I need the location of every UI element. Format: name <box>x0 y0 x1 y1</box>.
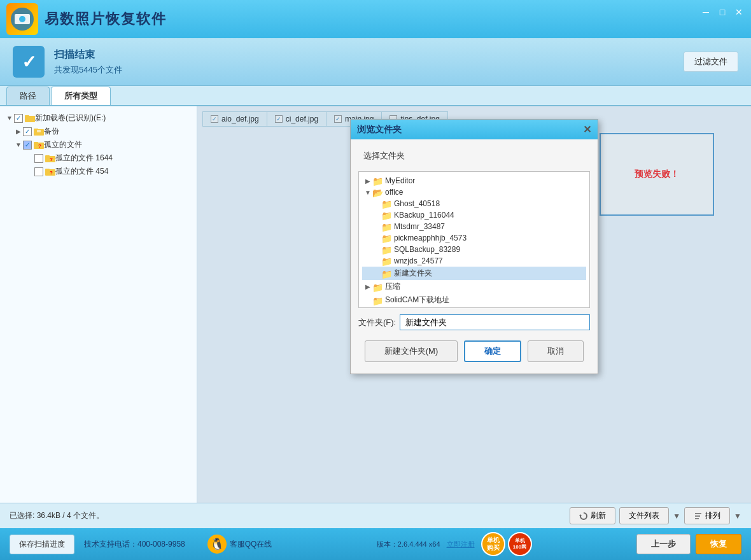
svg-rect-7 <box>37 130 41 132</box>
tree-item-orphan1[interactable]: ? 孤立的文件 1644 <box>0 151 197 165</box>
sidebar: ▼ 新加载卷(已识别)(E:) ▶ 备份 ▼ ✓ <box>0 106 197 503</box>
folder-tree-item-mtsdmr[interactable]: 📁 Mtsdmr_33487 <box>362 221 586 232</box>
footer-right-info: 版本：2.6.4.444 x64 立即注册 单机购买 单机100网 <box>377 532 532 556</box>
tree-checkbox[interactable] <box>34 154 43 163</box>
logo-icon <box>10 6 35 32</box>
recover-button[interactable]: 恢复 <box>696 534 741 554</box>
svg-marker-17 <box>579 514 582 516</box>
folder-icon: 📂 <box>372 188 383 197</box>
register-link[interactable]: 立即注册 <box>447 540 475 549</box>
svg-rect-9 <box>34 142 38 144</box>
folder-icon: 📁 <box>372 283 383 291</box>
folder-tree-item-pickmeapp[interactable]: 📁 pickmeapphhjb_4573 <box>362 232 586 244</box>
folder-input[interactable] <box>400 314 590 330</box>
folder-name: Mtsdmr_33487 <box>394 222 445 231</box>
tree-checkbox[interactable] <box>34 167 43 176</box>
app-title: 易数照片恢复软件 <box>45 10 167 29</box>
tree-label: 孤立的文件 1644 <box>55 153 113 164</box>
folder-name: wnzjds_24577 <box>394 256 443 265</box>
folder-tree-item-kbackup[interactable]: 📁 KBackup_116044 <box>362 209 586 221</box>
expander-icon <box>25 167 34 176</box>
minimize-icon[interactable]: ─ <box>700 6 712 18</box>
svg-rect-12 <box>45 155 50 157</box>
tree-item-drive[interactable]: ▼ 新加载卷(已识别)(E:) <box>0 111 197 125</box>
folder-icon: 📁 <box>381 234 391 242</box>
svg-rect-15 <box>45 169 50 171</box>
folder-icon: 📁 <box>381 256 391 265</box>
folder-name: SolidCAM下载地址 <box>385 295 449 305</box>
folder-tree-item-myeditor[interactable]: ▶ 📁 MyEditor <box>362 175 586 186</box>
scan-complete-icon <box>13 46 45 78</box>
folder-icon <box>34 127 44 136</box>
tree-item-backup[interactable]: ▶ 备份 <box>0 125 197 138</box>
main-content: ▼ 新加载卷(已识别)(E:) ▶ 备份 ▼ ✓ <box>0 106 751 503</box>
save-progress-button[interactable]: 保存扫描进度 <box>10 535 74 554</box>
tree-checkbox-partial[interactable]: ✓ <box>23 141 32 150</box>
nav-action-buttons: 上一步 恢复 <box>636 534 741 554</box>
version-text: 版本：2.6.4.444 x64 <box>377 540 440 549</box>
drive-icon <box>25 114 35 122</box>
folder-tree[interactable]: ▶ 📁 MyEditor ▼ 📂 office <box>358 171 590 308</box>
tab-all-types[interactable]: 所有类型 <box>51 87 111 105</box>
tree-checkbox[interactable] <box>23 127 32 136</box>
tree-item-orphan[interactable]: ▼ ✓ ? 孤立的文件 <box>0 138 197 151</box>
tab-path[interactable]: 路径 <box>6 87 50 105</box>
folder-tree-item-wnzjds[interactable]: 📁 wnzjds_24577 <box>362 255 586 267</box>
folder-tree-item-ghost[interactable]: 📁 Ghost_40518 <box>362 198 586 209</box>
folder-tree-item-new[interactable]: 📁 新建文件夹 <box>362 267 586 280</box>
logo-100-icon: 单机100网 <box>508 532 532 556</box>
bottom-right-buttons: 刷新 文件列表 ▼ 排列 ▼ <box>570 507 741 524</box>
folder-tree-item-solidcam[interactable]: ▶ 📁 SolidCAM下载地址 <box>362 293 586 307</box>
dialog-button-row: 新建文件夹(M) 确定 取消 <box>358 337 590 366</box>
svg-text:?: ? <box>38 143 41 149</box>
dialog-close-button[interactable]: ✕ <box>583 123 591 136</box>
tree-label: 备份 <box>44 126 59 137</box>
titlebar: 易数照片恢复软件 ─ □ ✕ <box>0 0 751 38</box>
app-logo <box>6 3 38 35</box>
folder-icon: 📁 <box>381 211 391 220</box>
close-icon[interactable]: ✕ <box>733 6 745 18</box>
status-title: 扫描结束 <box>54 48 122 62</box>
new-folder-button[interactable]: 新建文件夹(M) <box>365 340 458 362</box>
filelist-button[interactable]: 文件列表 <box>619 507 669 524</box>
folder-tree-item-sqlbackup[interactable]: 📁 SQLBackup_83289 <box>362 244 586 255</box>
status-subtitle: 共发现5445个文件 <box>54 64 122 76</box>
folder-tree-item-zip[interactable]: ▶ 📁 压缩 <box>362 280 586 293</box>
tree-label: 孤立的文件 454 <box>55 166 108 177</box>
folder-expander: ▼ <box>363 189 372 196</box>
bottom-status: 已选择: 36.4kB / 4 个文件。 刷新 文件列表 ▼ 排列 ▼ <box>0 503 751 528</box>
folder-name: KBackup_116044 <box>394 211 454 220</box>
folder-name: pickmeapphhjb_4573 <box>394 234 467 242</box>
prev-step-button[interactable]: 上一步 <box>636 534 691 554</box>
folder-name: 压缩 <box>385 281 400 292</box>
refresh-button[interactable]: 刷新 <box>570 507 615 524</box>
folder-icon: 📁 <box>372 176 383 185</box>
qq-label[interactable]: 客服QQ在线 <box>230 539 272 550</box>
folder-expander: ▶ <box>363 178 372 185</box>
tree-label: 新加载卷(已识别)(E:) <box>35 113 106 123</box>
folder-input-row: 文件夹(F): <box>358 314 590 330</box>
cancel-button[interactable]: 取消 <box>528 340 584 362</box>
confirm-button[interactable]: 确定 <box>464 340 521 362</box>
maximize-icon[interactable]: □ <box>717 6 728 18</box>
folder-tree-item-office[interactable]: ▼ 📂 office <box>362 186 586 198</box>
filter-button[interactable]: 过滤文件 <box>684 52 738 72</box>
dialog-body: 选择文件夹 ▶ 📁 MyEditor ▼ 📂 offi <box>351 139 598 374</box>
window-controls: ─ □ ✕ <box>700 6 745 18</box>
folder-icon: 📁 <box>372 296 383 305</box>
dialog-select-label: 选择文件夹 <box>358 147 590 165</box>
tree-item-orphan2[interactable]: ? 孤立的文件 454 <box>0 165 197 178</box>
tree-checkbox[interactable] <box>14 114 23 123</box>
support-phone: 技术支持电话：400-008-9958 <box>84 539 185 550</box>
qq-service: 🐧 客服QQ在线 <box>207 535 272 554</box>
dialog-overlay: 浏览文件夹 ✕ 选择文件夹 ▶ 📁 MyEditor <box>197 106 751 503</box>
expander-icon: ▼ <box>14 141 23 150</box>
folder-name: 新建文件夹 <box>394 268 432 279</box>
expander-icon: ▶ <box>14 127 23 136</box>
folder-icon: ? <box>45 154 55 162</box>
nav-tabs: 路径 所有类型 <box>0 86 751 106</box>
tree-label: 孤立的文件 <box>44 139 82 150</box>
sort-button[interactable]: 排列 <box>684 507 730 524</box>
folder-icon: ? <box>45 167 55 176</box>
folder-name: SQLBackup_83289 <box>394 245 460 254</box>
